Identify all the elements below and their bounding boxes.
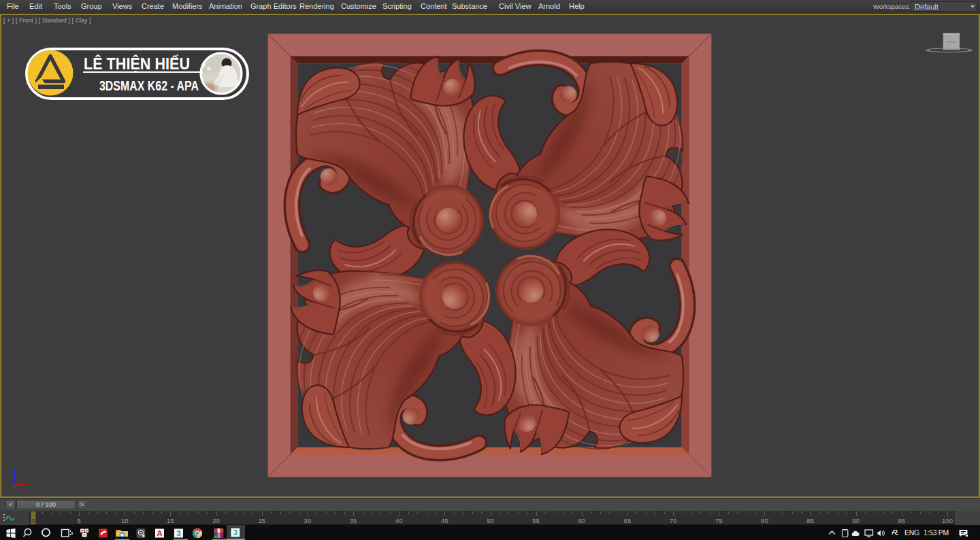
svg-text:x: x xyxy=(28,479,31,486)
svg-text:A: A xyxy=(157,529,163,537)
svg-text:3: 3 xyxy=(176,529,180,537)
svg-text:3DSMAX K62 - APA: 3DSMAX K62 - APA xyxy=(99,78,199,93)
svg-text:FRONT: FRONT xyxy=(947,40,957,44)
svg-text:LÊ THIỆN HIẾU: LÊ THIỆN HIẾU xyxy=(84,54,190,73)
svg-text:1:53 PM: 1:53 PM xyxy=(924,528,949,537)
svg-text:3: 3 xyxy=(233,528,238,537)
svg-text:z: z xyxy=(12,465,15,471)
svg-text:ENG: ENG xyxy=(904,528,919,537)
